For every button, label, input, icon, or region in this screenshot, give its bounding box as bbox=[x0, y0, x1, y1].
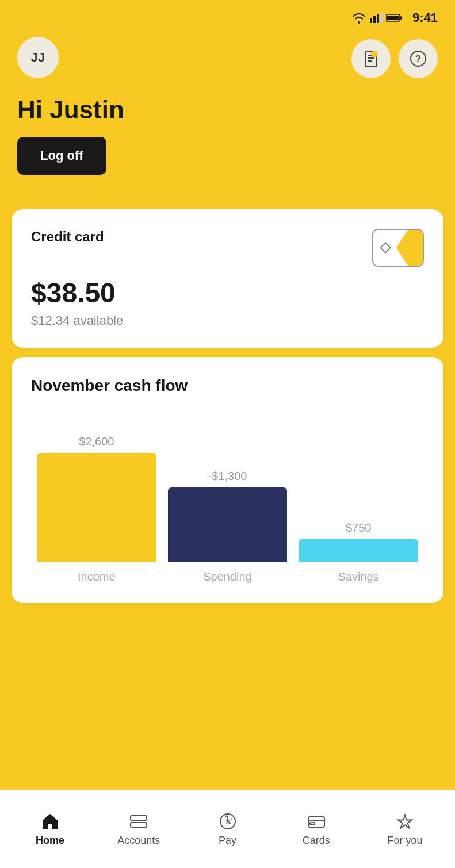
notification-icon bbox=[362, 49, 380, 68]
nav-item-home[interactable]: Home bbox=[6, 812, 94, 847]
svg-rect-0 bbox=[370, 18, 372, 23]
svg-rect-3 bbox=[380, 13, 383, 23]
status-icons bbox=[351, 12, 403, 24]
credit-card-title: Credit card bbox=[31, 229, 104, 245]
nav-item-pay[interactable]: $ Pay bbox=[183, 812, 272, 847]
greeting-section: Hi Justin Log off bbox=[0, 78, 455, 175]
income-bar bbox=[37, 453, 156, 562]
home-icon bbox=[40, 812, 60, 831]
signal-icon bbox=[370, 13, 383, 23]
nav-label-accounts: Accounts bbox=[117, 835, 160, 847]
income-column: $2,600 Income bbox=[37, 435, 156, 583]
svg-rect-5 bbox=[387, 16, 399, 20]
svg-rect-15 bbox=[131, 823, 147, 827]
foryou-icon bbox=[395, 812, 415, 831]
svg-rect-1 bbox=[373, 16, 376, 23]
cash-flow-card: November cash flow $2,600 Income -$1,300… bbox=[12, 357, 443, 603]
avatar[interactable]: JJ bbox=[17, 37, 59, 78]
spending-label: Spending bbox=[203, 570, 252, 583]
header-icons: ? bbox=[351, 39, 438, 78]
svg-rect-20 bbox=[310, 823, 315, 825]
spending-value: -$1,300 bbox=[208, 470, 247, 483]
bottom-nav: Home Accounts $ Pay Cards Fo bbox=[0, 790, 455, 868]
status-time: 9:41 bbox=[412, 10, 438, 25]
nav-item-foryou[interactable]: For you bbox=[361, 812, 449, 847]
spending-column: -$1,300 Spending bbox=[168, 470, 288, 583]
svg-rect-6 bbox=[400, 16, 402, 20]
help-button[interactable]: ? bbox=[399, 39, 438, 78]
log-off-button[interactable]: Log off bbox=[17, 137, 106, 175]
svg-rect-14 bbox=[131, 816, 147, 820]
credit-card-header: Credit card bbox=[31, 229, 424, 267]
credit-card-icon bbox=[372, 229, 424, 267]
svg-text:$: $ bbox=[225, 819, 229, 825]
chevron-shape bbox=[396, 230, 423, 266]
diamond-shape bbox=[380, 242, 391, 254]
greeting-title: Hi Justin bbox=[17, 95, 438, 124]
credit-card-card[interactable]: Credit card $38.50 $12.34 available bbox=[12, 209, 443, 348]
battery-icon bbox=[386, 13, 403, 22]
svg-point-11 bbox=[372, 51, 377, 57]
spending-bar bbox=[168, 487, 288, 562]
credit-card-amount: $38.50 bbox=[31, 277, 424, 309]
notification-button[interactable] bbox=[351, 39, 391, 78]
header: JJ ? bbox=[0, 25, 455, 78]
savings-label: Savings bbox=[338, 570, 379, 583]
svg-text:?: ? bbox=[415, 54, 421, 64]
cards-icon bbox=[307, 812, 326, 831]
svg-rect-2 bbox=[377, 14, 379, 23]
nav-label-cards: Cards bbox=[303, 835, 330, 847]
main-content: Credit card $38.50 $12.34 available Nove… bbox=[0, 209, 455, 614]
chart-wrapper: $2,600 Income -$1,300 Spending $750 Savi… bbox=[31, 412, 424, 583]
nav-label-home: Home bbox=[36, 835, 64, 847]
cash-flow-title: November cash flow bbox=[31, 377, 424, 395]
nav-item-accounts[interactable]: Accounts bbox=[94, 812, 183, 847]
wifi-icon bbox=[351, 12, 366, 24]
help-icon: ? bbox=[409, 49, 427, 68]
nav-label-foryou: For you bbox=[387, 835, 422, 847]
nav-label-pay: Pay bbox=[219, 835, 236, 847]
nav-item-cards[interactable]: Cards bbox=[272, 812, 361, 847]
savings-bar bbox=[299, 539, 418, 562]
credit-card-available: $12.34 available bbox=[31, 313, 424, 328]
savings-column: $750 Savings bbox=[299, 521, 418, 583]
savings-value: $750 bbox=[346, 521, 372, 535]
income-label: Income bbox=[78, 570, 116, 583]
income-value: $2,600 bbox=[79, 435, 114, 448]
accounts-icon bbox=[129, 812, 148, 831]
status-bar: 9:41 bbox=[0, 0, 455, 25]
pay-icon: $ bbox=[218, 812, 238, 831]
